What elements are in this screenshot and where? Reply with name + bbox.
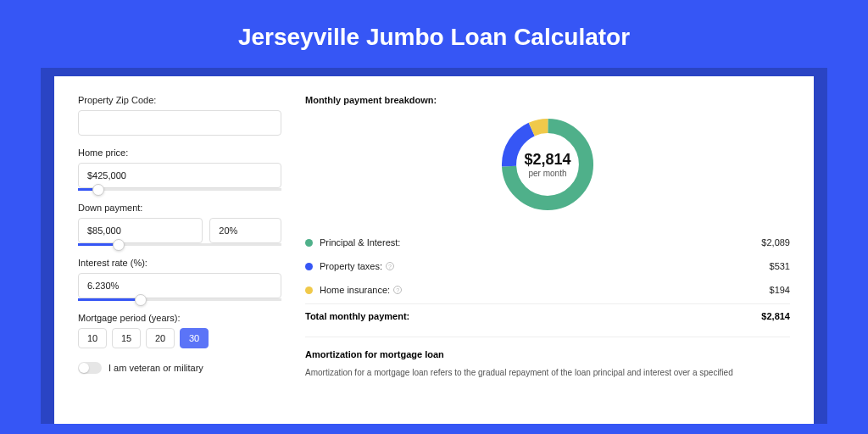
legend-label-insurance-text: Home insurance:	[320, 285, 390, 295]
legend-dot-blue	[305, 263, 313, 270]
down-percent-input[interactable]	[209, 218, 281, 243]
amort-title: Amortization for mortgage loan	[305, 349, 790, 359]
backdrop-strip: Property Zip Code: Home price: Down paym…	[41, 68, 827, 424]
legend-dot-yellow	[305, 287, 313, 294]
rate-label: Interest rate (%):	[78, 258, 281, 268]
rate-slider-thumb[interactable]	[135, 294, 147, 306]
donut-sub: per month	[524, 169, 570, 178]
legend-label-taxes: Property taxes: ?	[320, 261, 770, 271]
period-field-group: Mortgage period (years): 10 15 20 30	[78, 313, 281, 348]
veteran-label: I am veteran or military	[108, 363, 203, 373]
info-icon[interactable]: ?	[386, 262, 394, 270]
down-slider[interactable]	[78, 243, 281, 246]
info-icon[interactable]: ?	[393, 286, 402, 294]
down-field-group: Down payment:	[78, 203, 281, 246]
veteran-toggle[interactable]	[78, 362, 102, 374]
total-label: Total monthly payment:	[305, 311, 761, 321]
price-slider-thumb[interactable]	[92, 184, 104, 196]
donut-amount: $2,814	[524, 151, 570, 169]
period-btn-15[interactable]: 15	[112, 328, 141, 348]
legend-label-principal: Principal & Interest:	[320, 237, 761, 248]
breakdown-column: Monthly payment breakdown: $2,814 per mo…	[305, 95, 790, 424]
breakdown-title: Monthly payment breakdown:	[305, 95, 790, 105]
rate-slider[interactable]	[78, 298, 281, 301]
period-btn-10[interactable]: 10	[78, 328, 107, 348]
amortization-section: Amortization for mortgage loan Amortizat…	[305, 337, 790, 379]
period-options: 10 15 20 30	[78, 328, 281, 348]
form-column: Property Zip Code: Home price: Down paym…	[78, 95, 281, 424]
legend-value-principal: $2,089	[761, 237, 790, 248]
price-field-group: Home price:	[78, 147, 281, 191]
donut-chart: $2,814 per month	[305, 114, 790, 215]
zip-label: Property Zip Code:	[78, 95, 281, 105]
down-slider-thumb[interactable]	[113, 239, 125, 251]
zip-input[interactable]	[78, 110, 281, 136]
veteran-row: I am veteran or military	[78, 362, 281, 374]
period-label: Mortgage period (years):	[78, 313, 281, 323]
legend-value-taxes: $531	[770, 261, 790, 271]
period-btn-20[interactable]: 20	[146, 328, 175, 348]
legend-label-taxes-text: Property taxes:	[320, 261, 382, 271]
amort-text: Amortization for a mortgage loan refers …	[305, 366, 790, 379]
legend-row-insurance: Home insurance: ? $194	[305, 278, 790, 302]
calculator-card: Property Zip Code: Home price: Down paym…	[54, 76, 814, 424]
period-btn-30[interactable]: 30	[180, 328, 209, 348]
price-label: Home price:	[78, 147, 281, 158]
price-input[interactable]	[78, 163, 281, 188]
rate-input[interactable]	[78, 273, 281, 298]
down-amount-input[interactable]	[78, 218, 203, 243]
zip-field-group: Property Zip Code:	[78, 95, 281, 136]
rate-slider-fill	[78, 298, 141, 301]
price-slider[interactable]	[78, 188, 281, 191]
rate-field-group: Interest rate (%):	[78, 258, 281, 301]
total-value: $2,814	[761, 311, 790, 321]
legend-value-insurance: $194	[770, 285, 790, 295]
legend-row-taxes: Property taxes: ? $531	[305, 254, 790, 278]
legend-label-insurance: Home insurance: ?	[320, 285, 770, 295]
donut-center: $2,814 per month	[524, 151, 570, 178]
page-title: Jerseyville Jumbo Loan Calculator	[0, 0, 868, 68]
down-label: Down payment:	[78, 203, 281, 213]
legend-row-principal: Principal & Interest: $2,089	[305, 231, 790, 254]
total-row: Total monthly payment: $2,814	[305, 303, 790, 328]
legend-dot-green	[305, 239, 313, 247]
